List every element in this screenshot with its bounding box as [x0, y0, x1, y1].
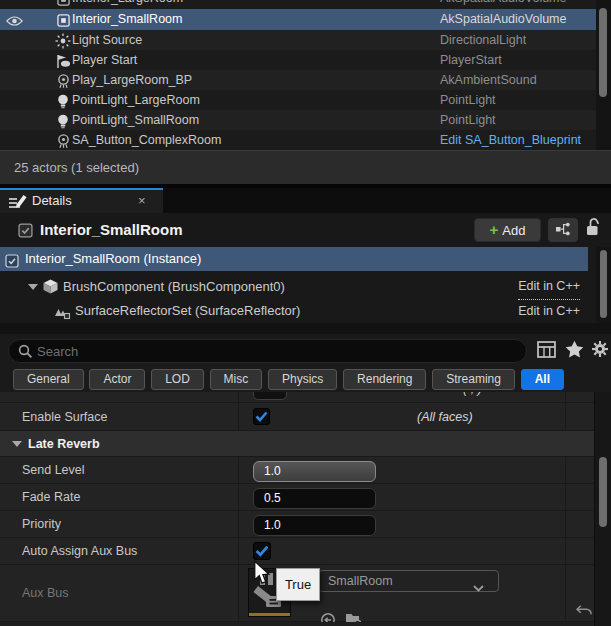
filter-physics[interactable]: Physics — [268, 369, 337, 390]
instance-checkbox-icon — [5, 252, 19, 276]
category-header-late-reverb[interactable]: Late Reverb — [0, 431, 594, 457]
details-header: Interior_SmallRoom +Add — [0, 213, 611, 247]
outliner-row[interactable]: Interior_LargeRoom AkSpatialAudioVolume — [0, 0, 596, 8]
actor-type: AkSpatialAudioVolume — [440, 9, 566, 30]
property-label: Priority — [22, 511, 61, 538]
component-row-surface-reflector[interactable]: SurfaceReflectorSet (SurfaceReflector) E… — [0, 299, 596, 323]
filter-rendering[interactable]: Rendering — [343, 369, 426, 390]
filter-general[interactable]: General — [13, 369, 84, 390]
component-row-brush[interactable]: BrushComponent (BrushComponent0) Edit in… — [0, 274, 596, 299]
send-level-input[interactable]: 1.0 — [253, 461, 376, 482]
filter-all[interactable]: All — [521, 369, 564, 390]
actor-type: DirectionalLight — [440, 30, 526, 50]
properties-panel: ( , ) Enable Surface (All faces) Late Re… — [0, 392, 611, 626]
priority-input[interactable]: 1.0 — [253, 515, 376, 536]
add-component-button[interactable]: +Add — [474, 218, 541, 242]
unreal-editor-window: Interior_LargeRoom AkSpatialAudioVolume … — [0, 0, 611, 626]
edit-in-cpp-link[interactable]: Edit in C++ — [518, 274, 580, 300]
edit-blueprint-link[interactable]: Edit SA_Button_Blueprint — [440, 130, 581, 150]
search-input[interactable]: Search — [8, 339, 527, 363]
scrollbar-thumb[interactable] — [599, 8, 607, 97]
filter-misc[interactable]: Misc — [210, 369, 263, 390]
clipped-input — [253, 392, 287, 400]
scrollbar-thumb[interactable] — [599, 457, 607, 527]
property-label: Enable Surface — [22, 403, 107, 431]
outliner-row[interactable]: PointLight_LargeRoom PointLight — [0, 90, 596, 110]
blueprint-graph-button[interactable] — [548, 218, 578, 242]
property-row-fade-rate: Fade Rate 0.5 — [0, 484, 594, 511]
point-light-icon — [55, 93, 71, 109]
component-label: BrushComponent (BrushComponent0) — [63, 274, 285, 299]
property-label: Aux Bus — [22, 565, 69, 622]
point-light-icon — [55, 113, 71, 129]
edit-in-cpp-link[interactable]: Edit in C++ — [518, 299, 580, 324]
components-scrollbar[interactable] — [596, 247, 611, 323]
filter-lod[interactable]: LOD — [151, 369, 204, 390]
details-tab-bar: Details × — [0, 188, 611, 213]
actor-name: SA_Button_ComplexRoom — [72, 130, 221, 150]
lock-open-icon[interactable] — [584, 217, 601, 241]
search-row: Search — [0, 334, 611, 366]
actor-type: PointLight — [440, 110, 496, 130]
close-icon[interactable]: × — [138, 193, 146, 208]
aux-bus-value: SmallRoom — [328, 571, 393, 591]
favorites-star-icon[interactable] — [565, 340, 584, 361]
actor-type: PlayerStart — [440, 50, 502, 70]
actor-name: Interior_SmallRoom — [72, 9, 182, 30]
tab-label: Details — [32, 193, 72, 208]
filter-actor[interactable]: Actor — [89, 369, 145, 390]
aux-bus-dropdown[interactable]: SmallRoom — [318, 570, 499, 592]
filter-streaming[interactable]: Streaming — [432, 369, 515, 390]
actor-checkbox-icon — [18, 223, 33, 241]
outliner-row-selected[interactable]: Interior_SmallRoom AkSpatialAudioVolume — [0, 9, 596, 30]
directional-light-icon — [55, 33, 71, 49]
fade-rate-input[interactable]: 0.5 — [253, 488, 376, 509]
property-row-priority: Priority 1.0 — [0, 511, 594, 538]
property-row-auto-assign-aux-bus: Auto Assign Aux Bus — [0, 538, 594, 565]
chevron-down-icon — [473, 578, 484, 598]
property-row-send-level: Send Level 1.0 — [0, 457, 594, 484]
actor-name: Player Start — [72, 50, 137, 70]
outliner-row[interactable]: PointLight_SmallRoom PointLight — [0, 110, 596, 130]
clipped-text: ( , ) — [463, 392, 482, 396]
tooltip: True — [276, 568, 320, 601]
tab-details[interactable]: Details × — [0, 188, 163, 213]
ambient-sound-icon — [55, 133, 71, 149]
next-row-partial — [0, 622, 594, 626]
outliner-row[interactable]: Player Start PlayerStart — [0, 50, 596, 70]
panel-divider — [0, 323, 611, 334]
reset-to-default-icon[interactable] — [576, 586, 593, 626]
actor-name: Interior_LargeRoom — [72, 0, 183, 8]
component-row-instance-selected[interactable]: Interior_SmallRoom (Instance) — [0, 247, 588, 271]
category-filter-row: General Actor LOD Misc Physics Rendering… — [0, 366, 611, 392]
outliner-scrollbar[interactable] — [596, 0, 611, 150]
outliner-row[interactable]: SA_Button_ComplexRoom Edit SA_Button_Blu… — [0, 130, 596, 150]
property-row-clipped: ( , ) — [0, 392, 594, 403]
actor-name: Play_LargeRoom_BP — [72, 70, 192, 90]
expander-arrow-icon[interactable] — [28, 284, 38, 290]
display-filter-grid-icon[interactable] — [537, 341, 556, 361]
outliner-row[interactable]: Play_LargeRoom_BP AkAmbientSound — [0, 70, 596, 90]
settings-gear-icon[interactable] — [591, 340, 609, 361]
category-label: Late Reverb — [28, 431, 100, 457]
mouse-cursor — [253, 553, 272, 610]
outliner-row[interactable]: Light Source DirectionalLight — [0, 30, 596, 50]
actor-count-text: 25 actors (1 selected) — [14, 160, 139, 175]
actor-type: AkSpatialAudioVolume — [440, 0, 566, 8]
asset-type-accent-bar — [249, 613, 290, 616]
properties-scrollbar[interactable] — [594, 392, 611, 626]
all-faces-note: (All faces) — [417, 403, 473, 431]
enable-surface-checkbox[interactable] — [253, 408, 270, 425]
scrollbar-thumb[interactable] — [600, 250, 607, 318]
ambient-sound-icon — [55, 73, 71, 89]
component-tree: Interior_SmallRoom (Instance) BrushCompo… — [0, 247, 611, 323]
category-expander-icon[interactable] — [12, 441, 22, 447]
player-start-icon — [55, 53, 71, 69]
outliner-status-bar: 25 actors (1 selected) — [0, 150, 611, 184]
actor-type: AkAmbientSound — [440, 70, 537, 90]
details-pencil-icon — [8, 194, 27, 214]
property-row-aux-bus: Aux Bus SmallRoom True — [0, 565, 594, 622]
add-button-label: Add — [502, 223, 525, 238]
actor-name: PointLight_LargeRoom — [72, 90, 200, 110]
property-label: Fade Rate — [22, 484, 80, 511]
